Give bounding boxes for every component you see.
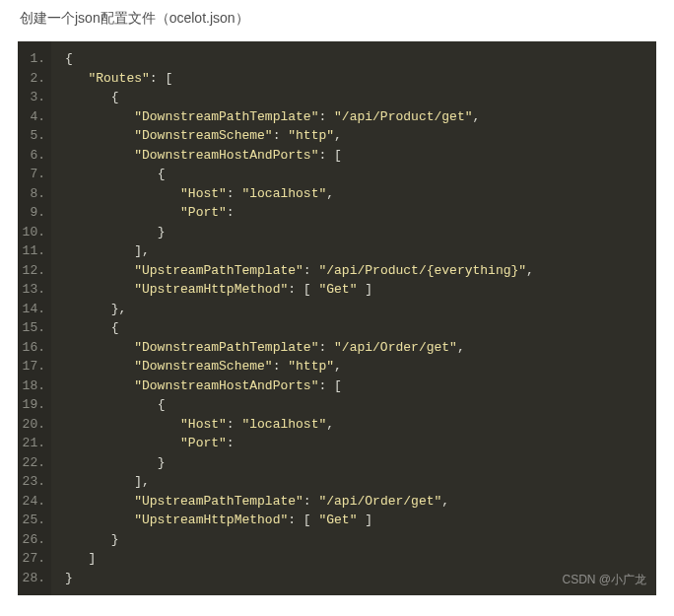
code-line: "Port":	[65, 203, 656, 223]
line-number: 23.	[18, 472, 51, 492]
line-number: 6.	[18, 146, 51, 166]
code-line: }	[65, 223, 656, 242]
line-number: 9.	[18, 203, 51, 223]
line-number: 8.	[18, 184, 51, 204]
code-line: },	[65, 300, 656, 319]
code-line: ]	[65, 549, 656, 569]
code-line: "UpstreamHttpMethod": [ "Get" ]	[65, 511, 656, 530]
line-number: 13.	[18, 280, 51, 300]
code-line: "DownstreamScheme": "http",	[65, 357, 656, 376]
code-line: "Host": "localhost",	[65, 415, 656, 435]
line-number: 17.	[18, 357, 51, 376]
line-number: 21.	[18, 434, 51, 453]
line-number: 2.	[18, 69, 51, 89]
line-number: 27.	[18, 549, 51, 569]
code-line: }	[65, 530, 656, 550]
line-number: 19.	[18, 395, 51, 415]
line-number: 12.	[18, 261, 51, 281]
line-number: 22.	[18, 453, 51, 473]
line-number: 24.	[18, 492, 51, 512]
line-number: 4.	[18, 107, 51, 127]
code-line: {	[65, 165, 656, 184]
line-number: 1.	[18, 49, 51, 69]
code-line: "Host": "localhost",	[65, 184, 656, 204]
code-line: ],	[65, 472, 656, 492]
page-title: 创建一个json配置文件（ocelot.json）	[0, 0, 674, 41]
line-number: 3.	[18, 88, 51, 107]
line-number: 15.	[18, 318, 51, 338]
line-number: 25.	[18, 511, 51, 530]
code-block: 1.2.3.4.5.6.7.8.9.10.11.12.13.14.15.16.1…	[18, 41, 656, 595]
line-number: 20.	[18, 415, 51, 435]
code-line: "DownstreamScheme": "http",	[65, 126, 656, 146]
code-line: }	[65, 453, 656, 473]
line-number-gutter: 1.2.3.4.5.6.7.8.9.10.11.12.13.14.15.16.1…	[18, 41, 51, 595]
line-number: 26.	[18, 530, 51, 550]
line-number: 11.	[18, 241, 51, 261]
code-line: {	[65, 395, 656, 415]
line-number: 10.	[18, 223, 51, 242]
code-line: {	[65, 49, 656, 69]
line-number: 14.	[18, 300, 51, 319]
code-line: ],	[65, 241, 656, 261]
code-line: "Routes": [	[65, 69, 656, 89]
code-line: "UpstreamHttpMethod": [ "Get" ]	[65, 280, 656, 300]
line-number: 7.	[18, 165, 51, 184]
watermark: CSDN @小广龙	[562, 571, 646, 590]
code-line: "DownstreamPathTemplate": "/api/Order/ge…	[65, 338, 656, 358]
line-number: 5.	[18, 126, 51, 146]
code-line: {	[65, 318, 656, 338]
line-number: 28.	[18, 569, 51, 588]
code-line: "UpstreamPathTemplate": "/api/Order/get"…	[65, 492, 656, 512]
code-line: "DownstreamHostAndPorts": [	[65, 146, 656, 166]
code-line: "UpstreamPathTemplate": "/api/Product/{e…	[65, 261, 656, 281]
line-number: 18.	[18, 376, 51, 396]
code-line: "DownstreamPathTemplate": "/api/Product/…	[65, 107, 656, 127]
line-number: 16.	[18, 338, 51, 358]
code-line: "Port":	[65, 434, 656, 453]
code-content[interactable]: { "Routes": [ { "DownstreamPathTemplate"…	[51, 41, 656, 595]
code-line: {	[65, 88, 656, 107]
code-line: "DownstreamHostAndPorts": [	[65, 376, 656, 396]
